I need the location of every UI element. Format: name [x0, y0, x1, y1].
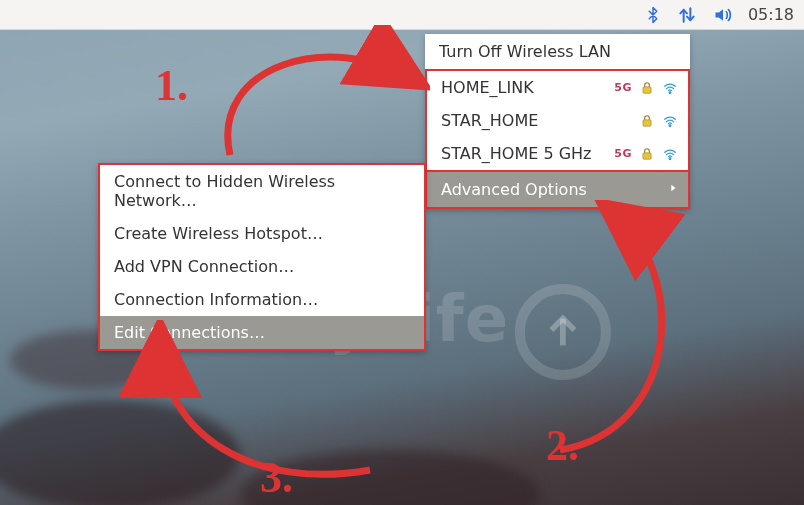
submenu-item-add-vpn[interactable]: Add VPN Connection…	[100, 250, 424, 283]
submenu-item-label: Connection Information…	[114, 290, 318, 309]
advanced-options-label: Advanced Options	[441, 180, 668, 199]
submenu-item-label: Add VPN Connection…	[114, 257, 294, 276]
system-panel: 05:18	[0, 0, 804, 30]
svg-point-3	[669, 124, 671, 126]
lock-icon	[640, 81, 654, 95]
network-name: HOME_LINK	[441, 78, 606, 97]
chevron-right-icon	[668, 180, 678, 199]
lock-icon	[640, 114, 654, 128]
advanced-options-item[interactable]: Advanced Options	[425, 170, 690, 209]
network-activity-icon[interactable]	[676, 5, 698, 25]
svg-rect-4	[643, 152, 651, 158]
network-item[interactable]: HOME_LINK 5G	[427, 71, 688, 104]
wifi-signal-icon	[662, 114, 678, 128]
svg-point-1	[669, 91, 671, 93]
available-networks-block: HOME_LINK 5G STAR_HOME STAR_HOME 5 GHz 5…	[425, 69, 690, 172]
network-menu: Turn Off Wireless LAN HOME_LINK 5G STAR_…	[425, 34, 690, 209]
badge-5g: 5G	[614, 81, 632, 94]
annotation-arrow-1	[190, 25, 430, 165]
wifi-signal-icon	[662, 81, 678, 95]
network-name: STAR_HOME	[441, 111, 624, 130]
volume-icon[interactable]	[712, 5, 734, 25]
submenu-item-label: Edit Connections…	[114, 323, 265, 342]
svg-point-5	[669, 157, 671, 159]
lock-icon	[640, 147, 654, 161]
annotation-step-1: 1.	[155, 60, 188, 111]
badge-5g: 5G	[614, 147, 632, 160]
submenu-item-label: Connect to Hidden Wireless Network…	[114, 172, 335, 210]
bluetooth-icon[interactable]	[644, 5, 662, 25]
advanced-options-submenu: Connect to Hidden Wireless Network… Crea…	[98, 163, 426, 351]
turn-off-wireless-label: Turn Off Wireless LAN	[439, 42, 611, 61]
panel-clock: 05:18	[748, 5, 794, 24]
svg-rect-0	[643, 86, 651, 92]
network-item[interactable]: STAR_HOME	[427, 104, 688, 137]
submenu-item-conn-info[interactable]: Connection Information…	[100, 283, 424, 316]
turn-off-wireless-item[interactable]: Turn Off Wireless LAN	[425, 34, 690, 69]
svg-rect-2	[643, 119, 651, 125]
wifi-signal-icon	[662, 147, 678, 161]
submenu-item-label: Create Wireless Hotspot…	[114, 224, 323, 243]
annotation-step-2: 2.	[546, 420, 579, 471]
network-name: STAR_HOME 5 GHz	[441, 144, 606, 163]
submenu-item-edit-connections[interactable]: Edit Connections…	[100, 316, 424, 349]
network-item[interactable]: STAR_HOME 5 GHz 5G	[427, 137, 688, 170]
submenu-item-hidden-network[interactable]: Connect to Hidden Wireless Network…	[100, 165, 424, 217]
submenu-item-hotspot[interactable]: Create Wireless Hotspot…	[100, 217, 424, 250]
